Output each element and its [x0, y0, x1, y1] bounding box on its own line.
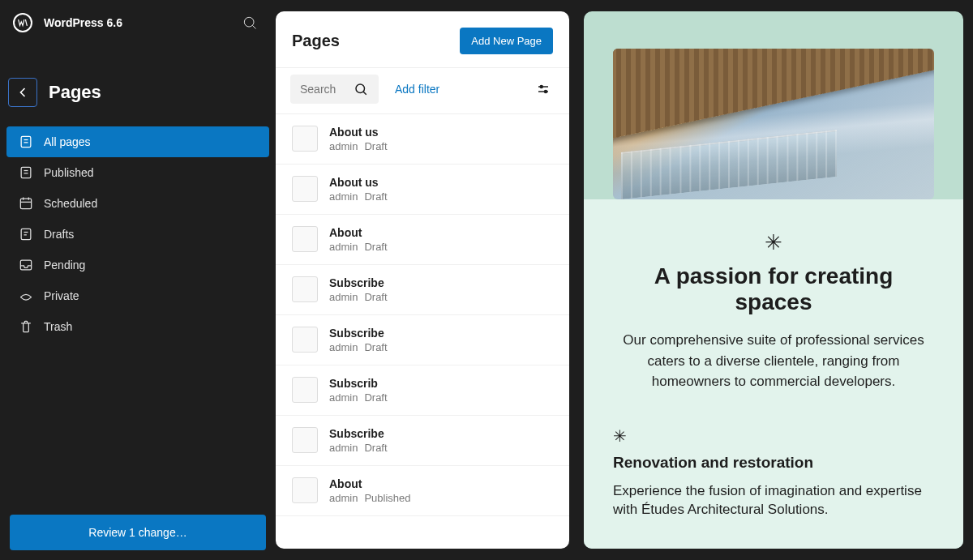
sidebar-item-label: Scheduled: [44, 197, 97, 210]
sidebar-item-label: Private: [44, 289, 79, 302]
page-status: Draft: [364, 341, 387, 353]
sidebar-item-published[interactable]: Published: [6, 157, 269, 188]
page-meta: AboutadminDraft: [329, 226, 388, 253]
page-title: About: [329, 226, 388, 239]
svg-rect-5: [21, 167, 31, 177]
site-title: WordPress 6.6: [44, 16, 225, 29]
page-thumbnail: [292, 377, 318, 403]
draft-icon: [18, 226, 34, 242]
sidebar-item-all-pages[interactable]: All pages: [6, 126, 269, 157]
search-icon: [354, 82, 368, 96]
page-meta: AboutadminPublished: [329, 477, 411, 504]
sidebar-topbar: WordPress 6.6: [0, 0, 276, 45]
search-submit[interactable]: [349, 78, 372, 100]
page-meta: About usadminDraft: [329, 126, 388, 152]
sidebar-item-trash[interactable]: Trash: [6, 311, 269, 342]
back-button[interactable]: [8, 78, 37, 107]
page-status: Draft: [364, 391, 387, 404]
sidebar-item-label: Pending: [44, 259, 85, 271]
pages-list: About usadminDraftAbout usadminDraftAbou…: [276, 114, 569, 549]
page-row[interactable]: SubscribeadminDraft: [276, 416, 569, 466]
search-field[interactable]: [290, 75, 379, 104]
page-row[interactable]: SubscribeadminDraft: [276, 315, 569, 365]
page-thumbnail: [292, 226, 318, 252]
page-author: admin: [329, 341, 358, 353]
svg-line-17: [363, 92, 366, 95]
page-status: Draft: [364, 241, 387, 253]
page-meta: About usadminDraft: [329, 176, 388, 203]
sidebar-item-label: Published: [44, 166, 94, 179]
svg-point-19: [540, 86, 542, 88]
page-meta: SubscribeadminDraft: [329, 276, 388, 303]
page-thumbnail: [292, 327, 318, 353]
page-thumbnail: [292, 176, 318, 202]
svg-point-16: [356, 84, 365, 93]
page-author: admin: [329, 291, 358, 303]
hero-image: [613, 49, 934, 199]
add-new-page-button[interactable]: Add New Page: [460, 28, 553, 54]
review-changes-button[interactable]: Review 1 change…: [10, 515, 266, 550]
page-thumbnail: [292, 477, 318, 503]
page-row[interactable]: SubscribadminDraft: [276, 365, 569, 416]
private-icon: [18, 288, 34, 304]
preview-lead: Our comprehensive suite of professional …: [613, 330, 934, 392]
page-preview[interactable]: ✳ A passion for creating spaces Our comp…: [584, 11, 963, 549]
pages-list-panel: Pages Add New Page Add filter About usad…: [276, 11, 569, 549]
page-thumbnail: [292, 276, 318, 302]
preview-content: ✳ A passion for creating spaces Our comp…: [584, 199, 963, 549]
page-title: Subscribe: [329, 276, 388, 289]
pages-list-title: Pages: [292, 32, 340, 50]
pages-list-toolbar: Add filter: [276, 67, 569, 114]
page-row[interactable]: SubscribeadminDraft: [276, 265, 569, 315]
calendar-icon: [18, 195, 34, 212]
search-input[interactable]: [297, 83, 349, 96]
section-header: Pages: [0, 45, 276, 126]
page-title: Subscrib: [329, 377, 388, 390]
page-status: Draft: [364, 442, 387, 454]
page-status: Published: [364, 492, 410, 504]
sidebar-item-scheduled[interactable]: Scheduled: [6, 188, 269, 219]
page-status: Draft: [364, 140, 387, 152]
page-row[interactable]: AboutadminDraft: [276, 215, 569, 265]
preview-headline: A passion for creating spaces: [613, 263, 934, 315]
svg-rect-8: [20, 199, 31, 208]
add-filter-button[interactable]: Add filter: [395, 83, 439, 96]
view-options-button[interactable]: [532, 78, 555, 100]
page-row[interactable]: AboutadminPublished: [276, 466, 569, 516]
pages-filter-nav: All pagesPublishedScheduledDraftsPending…: [0, 126, 276, 342]
command-palette-button[interactable]: [237, 10, 263, 36]
page-thumbnail: [292, 427, 318, 453]
inbox-icon: [18, 257, 34, 273]
trash-icon: [18, 318, 34, 335]
page-title: Subscribe: [329, 327, 388, 340]
search-icon: [242, 15, 258, 31]
page-meta: SubscribadminDraft: [329, 377, 388, 404]
page-row[interactable]: About usadminDraft: [276, 114, 569, 165]
svg-rect-2: [21, 136, 31, 147]
pages-icon: [18, 165, 34, 181]
page-author: admin: [329, 442, 358, 454]
page-title: About: [329, 477, 411, 490]
page-subtitle: adminDraft: [329, 190, 388, 203]
svg-point-21: [545, 91, 547, 93]
page-status: Draft: [364, 190, 387, 203]
sidebar-item-drafts[interactable]: Drafts: [6, 219, 269, 250]
sidebar-item-label: Trash: [44, 320, 72, 333]
svg-point-0: [244, 17, 254, 27]
page-meta: SubscribeadminDraft: [329, 427, 388, 454]
wordpress-logo[interactable]: [13, 13, 32, 32]
asterisk-icon: ✳: [613, 230, 934, 255]
page-author: admin: [329, 391, 358, 404]
page-author: admin: [329, 241, 358, 253]
pages-icon: [18, 134, 34, 150]
page-subtitle: adminDraft: [329, 341, 388, 353]
svg-rect-12: [21, 229, 31, 239]
sidebar-item-private[interactable]: Private: [6, 280, 269, 311]
page-title: Subscribe: [329, 427, 388, 440]
page-title: About us: [329, 126, 388, 139]
sidebar-item-pending[interactable]: Pending: [6, 250, 269, 280]
review-changes-bar: Review 1 change…: [0, 505, 276, 560]
chevron-left-icon: [15, 84, 31, 100]
page-row[interactable]: About usadminDraft: [276, 165, 569, 215]
page-status: Draft: [364, 291, 387, 303]
